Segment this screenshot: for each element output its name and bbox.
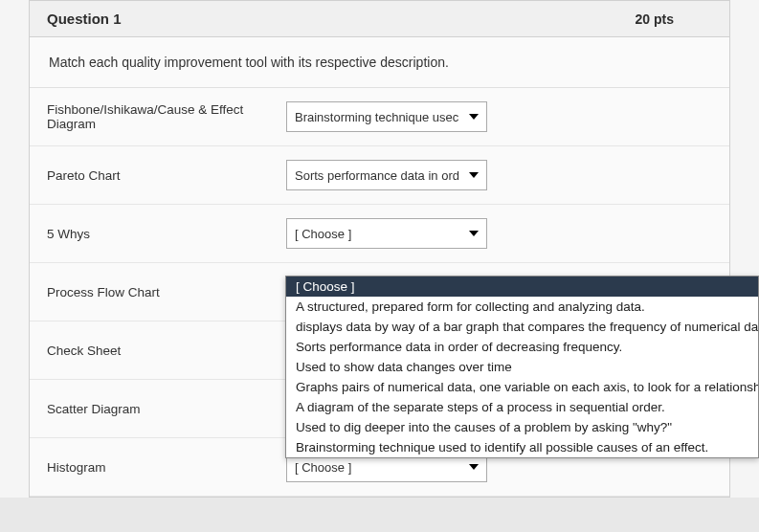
dropdown-option[interactable]: Used to dig deeper into the causes of a … <box>286 417 758 437</box>
dropdown-option[interactable]: Used to show data changes over time <box>286 357 758 377</box>
match-label: Pareto Chart <box>47 168 286 183</box>
match-select-5whys[interactable]: [ Choose ] <box>286 218 487 249</box>
quiz-container: Question 1 20 pts Match each quality imp… <box>0 0 759 498</box>
match-label: Scatter Diagram <box>47 402 286 416</box>
match-row-pareto: Pareto Chart Sorts performance data in o… <box>30 146 729 205</box>
dropdown-option[interactable]: A structured, prepared form for collecti… <box>286 297 758 317</box>
match-select-fishbone[interactable]: Brainstorming technique usec <box>286 101 487 132</box>
question-header: Question 1 20 pts <box>30 1 729 37</box>
dropdown-option[interactable]: Graphs pairs of numerical data, one vari… <box>286 377 758 397</box>
match-label: Fishbone/Ishikawa/Cause & Effect Diagram <box>47 102 286 131</box>
match-row-5whys: 5 Whys [ Choose ] <box>30 205 729 263</box>
dropdown-option[interactable]: Brainstorming technique used to identify… <box>286 437 758 457</box>
match-select-pareto[interactable]: Sorts performance data in ord <box>286 160 487 190</box>
question-title: Question 1 <box>47 11 122 27</box>
match-label: Check Sheet <box>47 344 286 358</box>
question-prompt: Match each quality improvement tool with… <box>30 37 729 88</box>
match-label: Process Flow Chart <box>47 285 286 299</box>
match-label: 5 Whys <box>47 227 286 241</box>
question-points: 20 pts <box>636 11 674 27</box>
match-row-fishbone: Fishbone/Ishikawa/Cause & Effect Diagram… <box>30 88 729 146</box>
dropdown-listbox[interactable]: [ Choose ] A structured, prepared form f… <box>285 276 759 458</box>
dropdown-option-choose[interactable]: [ Choose ] <box>286 277 758 297</box>
dropdown-option[interactable]: A diagram of the separate steps of a pro… <box>286 397 758 417</box>
dropdown-option[interactable]: Sorts performance data in order of decre… <box>286 337 758 357</box>
match-label: Histogram <box>47 460 286 475</box>
dropdown-option[interactable]: displays data by way of a bar graph that… <box>286 317 758 337</box>
